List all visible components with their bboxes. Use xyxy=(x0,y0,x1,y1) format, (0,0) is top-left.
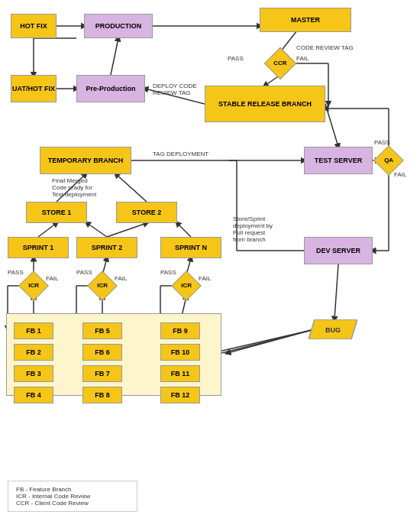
legend-fb: FB - Feature Branch xyxy=(16,486,129,493)
deploy-code-review-tag-label: DEPLOY CODE REVIEW TAG xyxy=(153,83,197,96)
pass-icr2-label: PASS xyxy=(76,269,92,276)
fb5-node: FB 5 xyxy=(82,322,122,339)
legend-icr: ICR - Internal Code Review xyxy=(16,493,129,500)
svg-line-14 xyxy=(111,38,118,75)
fb11-node: FB 11 xyxy=(160,365,200,382)
svg-line-37 xyxy=(228,330,312,353)
svg-line-36 xyxy=(334,264,338,319)
fb7-node: FB 7 xyxy=(82,365,122,382)
temp-branch-node: TEMPORARY BRANCH xyxy=(40,147,131,174)
store2-node: STORE 2 xyxy=(116,202,177,223)
pass-ccr-label: PASS xyxy=(228,55,244,62)
fail-icr1-label: FAIL xyxy=(46,275,58,282)
svg-line-23 xyxy=(177,223,191,237)
ccr-diamond: CCR xyxy=(264,47,296,79)
uat-hotfix-node: UAT/HOT FIX xyxy=(11,75,57,102)
sprint2-node: SPRINT 2 xyxy=(76,237,137,258)
svg-text:BUG: BUG xyxy=(325,326,341,334)
fail-qa-label: FAIL xyxy=(394,171,406,178)
pass-qa-label: PASS xyxy=(374,139,390,146)
master-node: MASTER xyxy=(260,8,351,32)
production-node: PRODUCTION xyxy=(84,14,153,38)
pass-icr1-label: PASS xyxy=(8,269,24,276)
code-review-tag-label: CODE REVIEW TAG xyxy=(296,44,354,51)
fb12-node: FB 12 xyxy=(160,387,200,403)
svg-line-20 xyxy=(38,223,57,237)
fb2-node: FB 2 xyxy=(14,344,53,361)
pass-icrn-label: PASS xyxy=(160,269,176,276)
dev-server-node: DEV SERVER xyxy=(304,237,373,264)
legend-ccr: CCR - Client Code Review xyxy=(16,500,129,507)
svg-line-21 xyxy=(87,223,107,237)
fb4-node: FB 4 xyxy=(14,387,53,403)
bug-node: BUG xyxy=(309,319,357,339)
fb8-node: FB 8 xyxy=(82,387,122,403)
final-merged-label: Final Merged Code ready for Test deploym… xyxy=(52,177,136,198)
fail-ccr-label: FAIL xyxy=(296,55,309,62)
svg-line-4 xyxy=(325,104,338,147)
tag-deployment-label: TAG DEPLOYMENT xyxy=(153,151,208,157)
fb6-node: FB 6 xyxy=(82,344,122,361)
fail-icr2-label: FAIL xyxy=(115,275,127,282)
fb1-node: FB 1 xyxy=(14,322,53,339)
pre-production-node: Pre-Production xyxy=(76,75,145,102)
legend: FB - Feature Branch ICR - Internal Code … xyxy=(8,481,137,512)
fb3-node: FB 3 xyxy=(14,365,53,382)
fb10-node: FB 10 xyxy=(160,344,200,361)
sprintn-node: SPRINT N xyxy=(160,237,221,258)
hotfix-node: HOT FIX xyxy=(11,14,57,38)
store-sprint-label: Store/Sprint deployment by Pull request … xyxy=(233,215,302,243)
store1-node: STORE 1 xyxy=(26,202,87,223)
sprint1-node: SPRINT 1 xyxy=(8,237,69,258)
fb9-node: FB 9 xyxy=(160,322,200,339)
test-server-node: TEST SERVER xyxy=(304,147,373,174)
stable-release-branch-node: STABLE RELEASE BRANCH xyxy=(205,86,325,122)
fail-icrn-label: FAIL xyxy=(199,275,211,282)
svg-line-22 xyxy=(107,223,147,237)
